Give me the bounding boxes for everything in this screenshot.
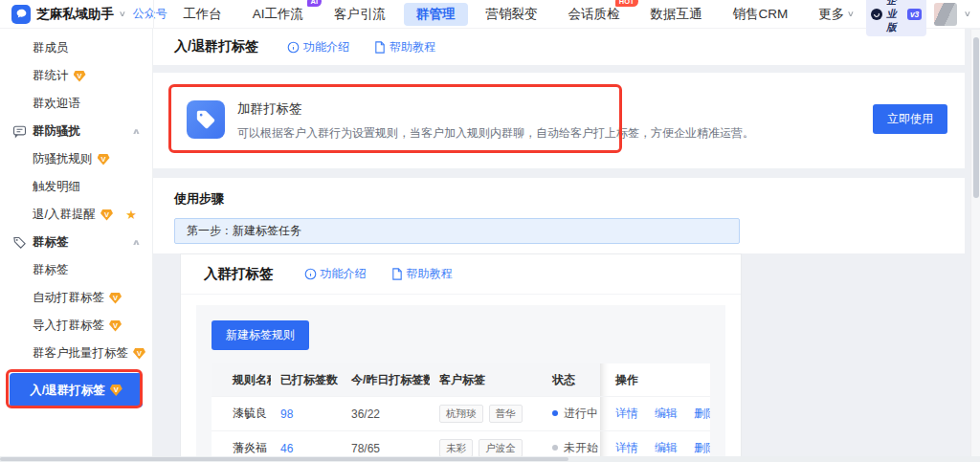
column-header-规则名称: 规则名称 [212,363,271,396]
nav-item-销售CRM[interactable]: 销售CRM [721,3,801,26]
help-tutorial-link[interactable]: 帮助教程 [391,266,453,282]
action-link-详情[interactable]: 详情 [615,406,638,422]
sidebar-section-群标签[interactable]: 群标签∧ [0,229,152,256]
customer-tag-chip: 普华 [489,405,523,423]
tagged-count-link[interactable]: 98 [280,407,293,421]
vip-badge-icon: V [109,320,122,332]
today-yesterday-cell: 78/65 [342,442,430,455]
rule-name-cell: 漆毓良 [212,406,271,422]
enterprise-logo-icon [871,9,882,20]
nav-item-营销裂变[interactable]: 营销裂变 [474,3,550,26]
enterprise-version-badge: v3 [907,9,922,20]
sidebar-item-label: 群欢迎语 [33,96,80,112]
status-label: 进行中 [564,407,598,420]
page-title: 入/退群打标签 [174,38,258,55]
avatar[interactable] [934,3,957,26]
sidebar-item-群客户批量打标签[interactable]: 群客户批量打标签V [0,340,152,367]
star-icon[interactable]: ★ [125,208,137,222]
tagged-count-link[interactable]: 46 [280,442,293,455]
rule-table: 规则名称已打标签数今/昨日打标签数客户标签状态操作 漆毓良9836/22杭翔琰普… [212,363,710,461]
nav-item-更多[interactable]: 更多∨ [806,3,866,26]
vertical-scrollbar[interactable] [970,30,980,456]
nav-item-label: 工作台 [183,6,222,23]
help-tutorial-link[interactable]: 帮助教程 [374,39,435,55]
use-now-button[interactable]: 立即使用 [873,104,947,134]
document-icon [374,41,386,54]
nav-item-群管理[interactable]: 群管理 [404,3,468,26]
brand[interactable]: 芝麻私域助手 ∨ 公众号 [0,5,153,24]
card-header-links: 功能介绍 帮助教程 [304,266,453,282]
chevron-down-icon: ∨ [119,10,126,18]
chevron-down-icon[interactable]: ∨ [964,10,971,18]
action-link-删除[interactable]: 删除 [694,406,710,422]
nav-item-label: 数据互通 [651,6,702,23]
sidebar-item-label: 防骚扰规则 [33,151,93,167]
customer-tags-cell: 未彩户波全 [430,439,543,457]
sidebar-item-label: 导入打群标签 [33,318,104,334]
action-link-详情[interactable]: 详情 [615,440,638,456]
nav-item-AI工作流[interactable]: AI工作流AI [240,3,316,26]
sidebar-item-自动打群标签[interactable]: 自动打群标签V [0,284,152,312]
sidebar-item-群标签[interactable]: 群标签 [0,256,152,284]
anti-harassment-icon [12,124,27,142]
main-nav: 工作台AI工作流AI客户引流群管理营销裂变会话质检HOT数据互通销售CRM更多∨ [170,3,866,26]
horizontal-scrollbar-thumb[interactable] [0,457,568,461]
action-link-编辑[interactable]: 编辑 [655,440,678,456]
today-yesterday-cell: 36/22 [342,407,430,421]
sidebar-item-防骚扰规则[interactable]: 防骚扰规则V [0,145,152,173]
sidebar-item-label: 群标签 [33,262,69,278]
sidebar-item-群成员[interactable]: 群成员 [0,34,152,62]
banner-body: 加群打标签 可以根据客户入群行为设置规则，当客户加入规则内群聊，自动给客户打上标… [187,100,754,142]
sidebar-section-label: 群标签 [33,234,69,251]
sidebar-item-触发明细[interactable]: 触发明细 [0,173,152,201]
sidebar-section-label: 群防骚扰 [33,123,80,140]
chevron-up-icon[interactable]: ∧ [131,238,141,247]
sidebar-item-label: 群统计 [33,68,69,84]
action-link-编辑[interactable]: 编辑 [655,406,678,422]
brand-suffix[interactable]: 公众号 [133,6,167,22]
sidebar-item-label: 退/入群提醒 [33,207,96,223]
sidebar-section-群防骚扰[interactable]: 群防骚扰∧ [0,118,152,145]
feature-intro-link[interactable]: 功能介绍 [304,266,367,282]
topbar-right: 企业版 v3 ∨ [866,0,980,36]
new-tag-rule-button[interactable]: 新建标签规则 [212,320,309,350]
document-icon [391,268,403,280]
page-header: 入/退群打标签 功能介绍 帮助教程 [153,29,965,65]
column-header-操作: 操作 [600,363,710,396]
vip-badge-icon: V [100,209,113,221]
vip-badge-icon: V [74,71,86,82]
column-header-状态: 状态 [543,363,600,396]
nav-item-会话质检[interactable]: 会话质检HOT [556,3,633,26]
sidebar-item-label: 自动打群标签 [33,290,104,306]
nav-item-数据互通[interactable]: 数据互通 [638,3,715,26]
banner-text: 加群打标签 可以根据客户入群行为设置规则，当客户加入规则内群聊，自动给客户打上标… [237,100,754,142]
nav-item-工作台[interactable]: 工作台 [170,3,234,26]
nav-item-客户引流[interactable]: 客户引流 [322,3,398,26]
help-tutorial-label: 帮助教程 [390,39,435,55]
banner-title: 加群打标签 [237,100,754,118]
chevron-up-icon[interactable]: ∧ [131,127,141,136]
page-header-links: 功能介绍 帮助教程 [287,39,435,55]
tag-feature-icon [187,100,225,139]
nav-item-label: AI工作流 [253,6,303,23]
ai-badge-icon: AI [307,0,323,7]
vip-badge-icon: V [110,385,122,396]
sidebar-item-退/入群提醒[interactable]: 退/入群提醒V★ [0,201,152,229]
horizontal-scrollbar[interactable] [0,456,980,462]
sidebar-item-导入打群标签[interactable]: 导入打群标签V [0,312,152,340]
rule-panel: 新建标签规则 规则名称已打标签数今/昨日打标签数客户标签状态操作 漆毓良9836… [196,305,725,461]
sidebar-item-入/退群打标签[interactable]: 入/退群打标签V [10,373,143,407]
action-link-删除[interactable]: 删除 [694,440,710,456]
app-logo-icon [11,5,31,24]
feature-intro-link[interactable]: 功能介绍 [287,39,349,55]
sidebar-item-群欢迎语[interactable]: 群欢迎语 [0,90,152,118]
sidebar-item-label: 群客户批量打标签 [33,345,128,362]
feature-intro-label: 功能介绍 [303,39,349,55]
sidebar-item-label: 群成员 [33,40,69,56]
status-cell: 未开始 [543,440,600,456]
chevron-down-icon: ∨ [847,10,855,18]
vertical-scrollbar-thumb[interactable] [973,37,979,198]
status-cell: 进行中 [543,406,600,422]
vip-badge-icon: V [109,293,122,304]
sidebar-item-群统计[interactable]: 群统计V [0,62,152,90]
